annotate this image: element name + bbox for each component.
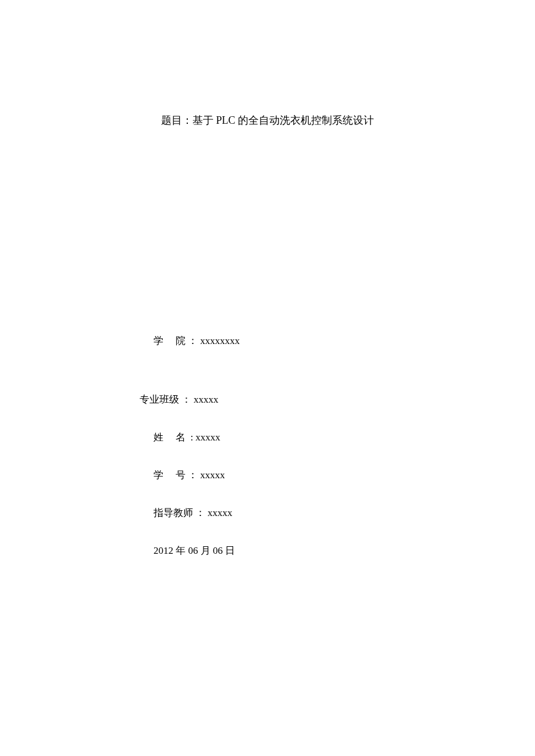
major-row: 专业班级：xxxxx <box>140 393 240 406</box>
major-value: xxxxx <box>194 394 219 406</box>
title-text: 基于 PLC 的全自动洗衣机控制系统设计 <box>192 114 374 126</box>
name-label: 姓 名 <box>154 431 186 444</box>
advisor-value: xxxxx <box>208 507 233 519</box>
name-value: xxxxx <box>195 432 220 443</box>
student-id-label: 学 号 <box>154 468 186 482</box>
date-value: 2012 年 06 月 06 日 <box>154 544 235 557</box>
college-label: 学 院 <box>154 334 186 347</box>
advisor-colon: ： <box>195 506 205 519</box>
student-id-value: xxxxx <box>200 470 225 481</box>
student-id-row: 学 号：xxxxx <box>154 468 240 482</box>
college-value: xxxxxxxx <box>200 335 240 347</box>
college-row: 学 院：xxxxxxxx <box>154 334 240 347</box>
date-row: 2012 年 06 月 06 日 <box>154 544 240 557</box>
student-id-colon: ： <box>188 468 198 482</box>
major-colon: ： <box>181 393 191 406</box>
advisor-label: 指导教师 <box>154 506 193 519</box>
info-section: 学 院：xxxxxxxx 专业班级：xxxxx 姓 名 :xxxxx 学 号：x… <box>145 334 240 582</box>
major-label: 专业班级 <box>140 393 179 406</box>
title-prefix: 题目： <box>161 114 192 126</box>
name-row: 姓 名 :xxxxx <box>154 431 240 444</box>
document-title: 题目：基于 PLC 的全自动洗衣机控制系统设计 <box>0 113 535 127</box>
name-colon: : <box>191 432 194 443</box>
college-colon: ： <box>188 334 198 347</box>
advisor-row: 指导教师：xxxxx <box>154 506 240 519</box>
